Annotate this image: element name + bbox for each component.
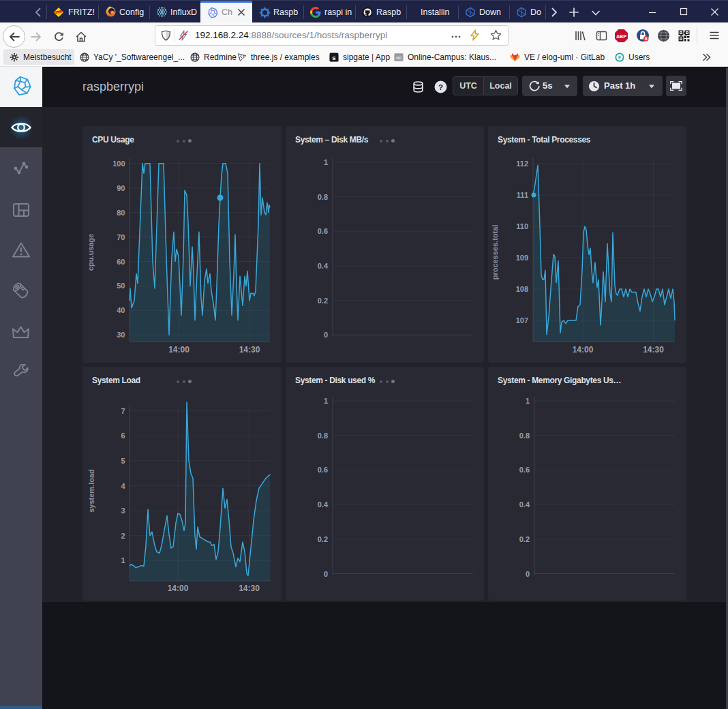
svg-text:100: 100 (112, 160, 125, 168)
svg-text:14:30: 14:30 (239, 345, 260, 354)
svg-text:0.8: 0.8 (519, 432, 530, 440)
svg-text:50: 50 (117, 282, 125, 290)
svg-text:6: 6 (121, 432, 125, 440)
svg-text:109: 109 (516, 254, 528, 262)
svg-text:3: 3 (121, 507, 125, 515)
svg-text:0: 0 (526, 570, 530, 578)
svg-text:107: 107 (516, 316, 528, 325)
svg-text:80: 80 (117, 209, 125, 217)
svg-text:14:30: 14:30 (643, 345, 664, 354)
svg-text:0.2: 0.2 (318, 297, 328, 305)
svg-text:0.6: 0.6 (519, 466, 530, 474)
svg-text:1: 1 (526, 397, 530, 405)
svg-text:0.8: 0.8 (318, 432, 328, 440)
svg-text:112: 112 (516, 160, 528, 168)
svg-text:30: 30 (117, 331, 125, 339)
svg-text:90: 90 (117, 184, 125, 192)
svg-text:?: ? (438, 83, 443, 91)
svg-text:ABP: ABP (616, 33, 626, 40)
svg-text:14:00: 14:00 (573, 345, 594, 354)
svg-text:14:30: 14:30 (239, 584, 260, 593)
svg-text:70: 70 (117, 233, 125, 241)
svg-text:0.6: 0.6 (318, 466, 328, 474)
svg-text:0.2: 0.2 (519, 535, 530, 543)
svg-text:oc: oc (396, 55, 401, 60)
svg-text:0.2: 0.2 (318, 535, 328, 543)
svg-text:1: 1 (324, 397, 328, 405)
svg-text:14:00: 14:00 (168, 345, 189, 354)
svg-text:s: s (332, 54, 335, 61)
svg-text:108: 108 (516, 285, 528, 293)
svg-text:111: 111 (517, 191, 528, 199)
svg-text:0.4: 0.4 (318, 262, 329, 270)
svg-text:60: 60 (117, 258, 125, 266)
svg-text:0.8: 0.8 (318, 193, 328, 201)
svg-text:0: 0 (324, 331, 328, 339)
svg-text:7: 7 (121, 407, 125, 415)
svg-text:processes.total: processes.total (491, 225, 499, 280)
svg-text:0.4: 0.4 (519, 500, 530, 509)
svg-text:4: 4 (121, 482, 125, 490)
svg-text:0.6: 0.6 (318, 227, 328, 235)
svg-text:2: 2 (121, 532, 125, 540)
svg-text:1: 1 (121, 556, 125, 564)
svg-text:0: 0 (324, 570, 328, 578)
svg-text:cpu.usage: cpu.usage (87, 234, 95, 271)
svg-text:1: 1 (324, 158, 328, 166)
svg-text:0.4: 0.4 (318, 500, 329, 509)
svg-text:40: 40 (117, 306, 125, 314)
svg-text:14:00: 14:00 (168, 584, 189, 593)
svg-text:110: 110 (516, 222, 528, 230)
svg-text:system.load: system.load (87, 469, 95, 513)
svg-text:5: 5 (121, 457, 125, 465)
